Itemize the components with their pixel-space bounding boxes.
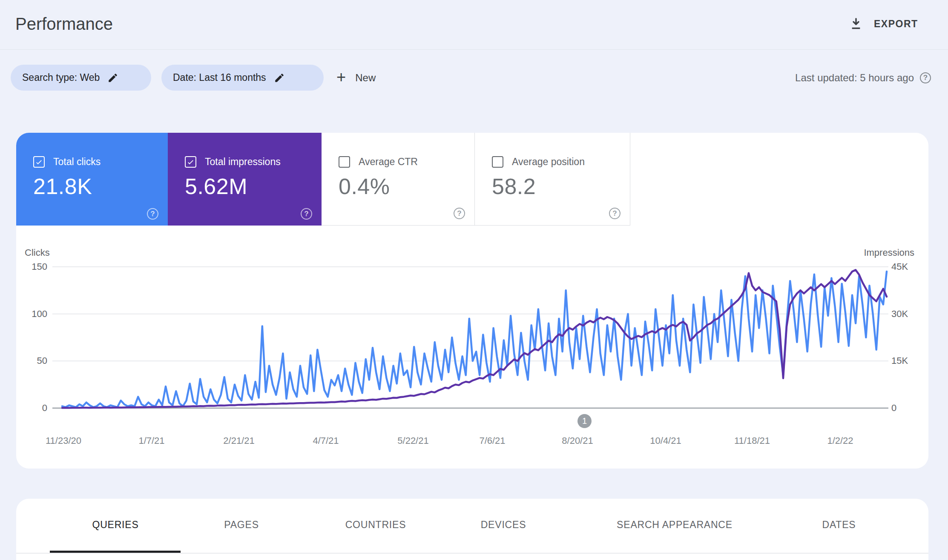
last-updated-text: Last updated: 5 hours ago — [795, 72, 914, 84]
tab-countries[interactable]: COUNTRIES — [345, 519, 406, 531]
right-axis-tick: 45K — [891, 261, 925, 273]
tab-devices[interactable]: DEVICES — [481, 519, 526, 531]
x-axis-tick: 7/6/21 — [463, 435, 522, 446]
pencil-icon — [274, 72, 285, 83]
left-axis-tick: 0 — [16, 402, 47, 414]
right-axis-tick: 30K — [891, 308, 925, 320]
last-updated: Last updated: 5 hours ago ? — [795, 71, 931, 84]
dimension-tabs-panel: QUERIES PAGES COUNTRIES DEVICES SEARCH A… — [16, 499, 928, 560]
tab-queries[interactable]: QUERIES — [92, 519, 138, 531]
x-axis-tick: 11/23/20 — [34, 435, 93, 446]
left-axis-tick: 150 — [16, 261, 47, 273]
download-icon — [849, 17, 863, 31]
active-tab-underline — [50, 551, 181, 553]
tab-dates[interactable]: DATES — [822, 519, 856, 531]
performance-line-chart[interactable] — [16, 133, 928, 469]
x-axis-tick: 11/18/21 — [722, 435, 782, 446]
page-title: Performance — [15, 14, 113, 34]
date-filter-chip[interactable]: Date: Last 16 months — [161, 65, 324, 91]
right-axis-title: Impressions — [864, 247, 914, 258]
tab-pages[interactable]: PAGES — [224, 519, 259, 531]
x-axis-tick: 1/7/21 — [122, 435, 181, 446]
help-icon[interactable]: ? — [920, 72, 931, 83]
new-filter-button[interactable]: + New — [331, 65, 381, 91]
export-label: EXPORT — [874, 18, 918, 30]
tabs-bottom-border — [16, 553, 928, 554]
right-axis-tick: 15K — [891, 355, 925, 367]
x-axis-tick: 10/4/21 — [636, 435, 695, 446]
x-axis-tick: 5/22/21 — [383, 435, 443, 446]
header-divider — [0, 49, 948, 50]
left-axis-tick: 50 — [16, 355, 47, 367]
new-filter-label: New — [355, 72, 376, 84]
pencil-icon — [107, 72, 118, 83]
left-axis-title: Clicks — [25, 247, 50, 258]
search-type-chip-label: Search type: Web — [22, 72, 100, 83]
plus-icon: + — [336, 69, 346, 85]
performance-panel: Total clicks 21.8K ? Total impressions 5… — [16, 133, 928, 469]
search-type-filter-chip[interactable]: Search type: Web — [11, 65, 151, 91]
date-chip-label: Date: Last 16 months — [173, 72, 266, 83]
right-axis-tick: 0 — [891, 402, 925, 414]
export-button[interactable]: EXPORT — [849, 13, 918, 35]
annotation-badge[interactable]: 1 — [577, 414, 592, 428]
left-axis-tick: 100 — [16, 308, 47, 320]
x-axis-tick: 1/2/22 — [810, 435, 870, 446]
x-axis-tick: 4/7/21 — [296, 435, 356, 446]
tab-search-appearance[interactable]: SEARCH APPEARANCE — [617, 519, 733, 531]
x-axis-tick: 2/21/21 — [209, 435, 269, 446]
x-axis-tick: 8/20/21 — [548, 435, 607, 446]
